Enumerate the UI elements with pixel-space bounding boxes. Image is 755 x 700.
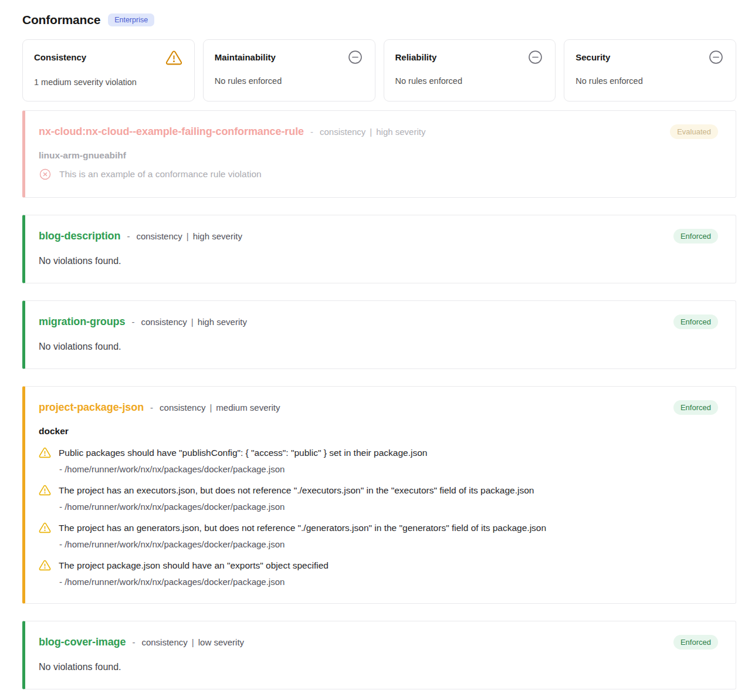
violation-path: - /home/runner/work/nx/nx/packages/docke… <box>59 539 718 549</box>
rule-card-migration-groups: migration-groups - consistency|high seve… <box>22 300 736 369</box>
page-header: Conformance Enterprise <box>22 13 736 27</box>
summary-card-status: No rules enforced <box>575 76 724 86</box>
summary-card-title: Consistency <box>34 49 86 62</box>
rule-meta: consistency|high severity <box>320 127 426 137</box>
separator-dash: - <box>131 317 134 327</box>
minus-circle-icon <box>347 49 363 65</box>
warning-triangle-icon <box>39 484 51 496</box>
separator-dash: - <box>310 127 313 137</box>
rule-meta: consistency|low severity <box>141 637 244 647</box>
rule-name-link[interactable]: project-package-json <box>39 401 144 414</box>
status-badge: Enforced <box>673 400 718 415</box>
summary-card-maintainability: Maintainability No rules enforced <box>203 39 375 102</box>
violation-message: Public packages should have "publishConf… <box>59 448 427 458</box>
violation-message-row: This is an example of a conformance rule… <box>39 168 718 181</box>
summary-card-status: 1 medium severity violation <box>34 77 182 87</box>
violation-path: - /home/runner/work/nx/nx/packages/docke… <box>59 464 718 474</box>
rule-card-project-package-json: project-package-json - consistency|mediu… <box>22 386 736 604</box>
rule-name-link[interactable]: nx-cloud:nx-cloud--example-failing-confo… <box>39 126 304 138</box>
violation-item: Public packages should have "publishConf… <box>39 447 718 474</box>
no-violations-text: No violations found. <box>39 341 718 352</box>
violation-path: - /home/runner/work/nx/nx/packages/docke… <box>59 577 718 587</box>
x-circle-icon <box>39 168 52 181</box>
project-name: docker <box>39 426 718 437</box>
enterprise-badge: Enterprise <box>108 13 154 27</box>
rule-name-link[interactable]: blog-description <box>39 230 120 242</box>
violation-item: The project package.json should have an … <box>39 559 718 587</box>
no-violations-text: No violations found. <box>39 256 718 266</box>
minus-circle-icon <box>527 49 543 65</box>
status-badge: Evaluated <box>670 124 718 139</box>
status-badge: Enforced <box>673 229 718 244</box>
warning-triangle-icon <box>39 559 51 572</box>
rule-card-blog-cover-image: blog-cover-image - consistency|low sever… <box>22 621 736 689</box>
violation-message: The project has an executors.json, but d… <box>59 485 534 496</box>
violation-item: The project has an executors.json, but d… <box>39 484 718 512</box>
rule-card-example-failing-conformance-rule: nx-cloud:nx-cloud--example-failing-confo… <box>22 110 736 198</box>
violation-item: The project has an generators.json, but … <box>39 522 718 549</box>
summary-row: Consistency 1 medium severity violation … <box>22 39 736 102</box>
separator-dash: - <box>132 637 135 647</box>
project-name: linux-arm-gnueabihf <box>39 150 718 161</box>
status-badge: Enforced <box>673 315 718 329</box>
rule-name-link[interactable]: migration-groups <box>39 316 125 328</box>
rule-meta: consistency|high severity <box>141 317 247 327</box>
warning-triangle-icon <box>39 447 51 459</box>
warning-triangle-icon <box>165 49 182 66</box>
page-title: Conformance <box>22 13 100 27</box>
conformance-page: Conformance Enterprise Consistency 1 med… <box>0 0 755 700</box>
warning-triangle-icon <box>39 522 51 534</box>
separator-dash: - <box>150 403 153 412</box>
summary-card-consistency: Consistency 1 medium severity violation <box>22 39 195 102</box>
violation-message: The project has an generators.json, but … <box>59 523 546 533</box>
violation-message: The project package.json should have an … <box>59 560 329 571</box>
summary-card-title: Security <box>575 49 610 62</box>
summary-card-reliability: Reliability No rules enforced <box>384 39 556 102</box>
rule-card-blog-description: blog-description - consistency|high seve… <box>22 215 736 283</box>
rule-meta: consistency|medium severity <box>160 403 280 412</box>
summary-card-title: Maintainability <box>215 49 276 62</box>
summary-card-title: Reliability <box>395 49 437 62</box>
rule-name-link[interactable]: blog-cover-image <box>39 636 126 648</box>
minus-circle-icon <box>708 49 724 65</box>
summary-card-status: No rules enforced <box>215 76 363 86</box>
rule-list: nx-cloud:nx-cloud--example-failing-confo… <box>22 110 736 689</box>
violation-path: - /home/runner/work/nx/nx/packages/docke… <box>59 502 718 512</box>
violation-message: This is an example of a conformance rule… <box>59 169 262 180</box>
status-badge: Enforced <box>673 635 718 650</box>
separator-dash: - <box>127 231 130 241</box>
summary-card-security: Security No rules enforced <box>564 39 736 102</box>
summary-card-status: No rules enforced <box>395 76 544 86</box>
rule-meta: consistency|high severity <box>136 231 242 241</box>
no-violations-text: No violations found. <box>39 662 718 672</box>
